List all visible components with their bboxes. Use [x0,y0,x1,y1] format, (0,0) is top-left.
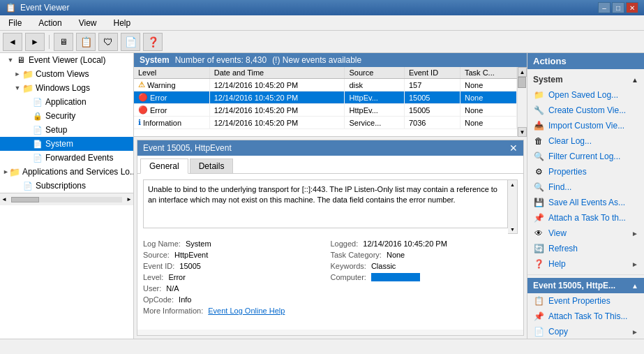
desc-scroll-up[interactable]: ▲ [508,180,517,189]
attach-task-icon: 📌 [533,212,544,223]
tab-details[interactable]: Details [190,158,234,173]
scroll-down-btn[interactable]: ▼ [518,127,527,137]
action-help-label: Help [548,259,566,269]
action-properties[interactable]: ⚙ Properties [527,164,644,179]
computer-value: REDACTED [371,273,420,281]
desc-scroll-down[interactable]: ▼ [508,225,517,233]
action-find[interactable]: 🔍 Find... [527,179,644,195]
table-row[interactable]: 🔴 Error 12/14/2016 10:45:20 PM HttpEv...… [134,91,517,104]
collapse-system-btn[interactable]: ▲ [631,76,638,84]
event-list-header: System Number of events: 8,430 (!) New e… [134,53,527,67]
tree-horizontal-scrollbar[interactable]: ◄ ► [0,193,133,205]
action-save-all-events[interactable]: 💾 Save All Events As... [527,195,644,210]
action-event-properties-label: Event Properties [548,296,611,306]
scroll-up-btn[interactable]: ▲ [518,67,527,77]
event-table[interactable]: Level Date and Time Source Event ID Task… [134,67,517,137]
close-button[interactable]: ✕ [626,2,638,13]
col-level[interactable]: Level [134,67,209,79]
toolbar-btn3[interactable]: 🛡 [98,33,118,51]
tree-item-custom-views[interactable]: ► 📁 Custom Views [0,67,133,81]
toolbar-btn4[interactable]: 📄 [121,33,140,51]
minimize-button[interactable]: – [598,2,611,13]
col-task[interactable]: Task C... [460,67,517,79]
expand-custom-views[interactable]: ► [13,69,22,79]
opcode-value: Info [179,295,191,304]
menu-view[interactable]: View [73,17,103,29]
tree-item-setup[interactable]: 📄 Setup [0,123,133,137]
action-event-properties[interactable]: 📋 Event Properties [527,293,644,309]
action-clear-log[interactable]: 🗑 Clear Log... [527,133,644,149]
tree-item-windows-logs[interactable]: ▼ 📁 Windows Logs [0,81,133,95]
folder-icon-custom-views: 📁 [22,68,33,80]
collapse-event-btn[interactable]: ▲ [631,282,638,290]
log-name-value: System [186,239,211,248]
scroll-track-vertical[interactable] [518,77,527,127]
tree-item-security[interactable]: 🔒 Security [0,109,133,123]
log-name: System [140,55,170,65]
expand-root[interactable]: ▼ [6,55,15,65]
tree-item-app-services[interactable]: ► 📁 Applications and Services Lo... [0,165,133,179]
event-table-container: Level Date and Time Source Event ID Task… [134,67,527,137]
action-open-saved-log-label: Open Saved Log... [548,90,618,100]
scroll-track[interactable] [11,197,122,202]
action-create-custom-view[interactable]: 🔧 Create Custom Vie... [527,103,644,118]
field-more-info: More Information: Event Log Online Help [143,305,518,316]
scroll-left-btn[interactable]: ◄ [0,196,8,202]
event-table-scrollbar[interactable]: ▲ ▼ [517,67,527,137]
help-icon: ❓ [533,258,544,270]
action-import-custom-view[interactable]: 📥 Import Custom Vie... [527,118,644,133]
menu-action[interactable]: Action [33,17,67,29]
expand-windows-logs[interactable]: ▼ [13,83,22,93]
desc-scroll-track[interactable] [508,189,517,225]
desc-scrollbar[interactable]: ▲ ▼ [508,179,518,234]
detail-close-button[interactable]: ✕ [509,142,518,154]
actions-section-event-title: Event 15005, HttpE... ▲ [527,278,644,293]
action-view[interactable]: 👁 View ► [527,226,644,241]
action-help[interactable]: ❓ Help ► [527,256,644,272]
log-icon-forwarded: 📄 [32,152,43,163]
actions-section-system-title: System ▲ [527,72,644,87]
action-copy[interactable]: 📄 Copy ► [527,324,644,339]
toolbar-btn1[interactable]: 🖥 [54,33,73,51]
table-row[interactable]: ℹ Information 12/14/2016 10:45:20 PM Ser… [134,117,517,129]
tree-item-subscriptions[interactable]: 📄 Subscriptions [0,179,133,193]
tree-item-application[interactable]: 📄 Application [0,95,133,109]
toolbar-back[interactable]: ◄ [3,33,22,51]
tab-general[interactable]: General [140,158,188,174]
table-row[interactable]: 🔴 Error 12/14/2016 10:45:20 PM HttpEv...… [134,104,517,117]
col-datetime[interactable]: Date and Time [209,67,345,79]
scroll-thumb-vertical[interactable] [518,77,526,88]
expand-app-services[interactable]: ► [3,167,9,177]
toolbar-btn5[interactable]: ❓ [143,33,163,51]
action-attach-task-event[interactable]: 📌 Attach Task To This... [527,309,644,324]
toolbar-btn2[interactable]: 📋 [76,33,96,51]
tree-item-root[interactable]: ▼ 🖥 Event Viewer (Local) [0,53,133,67]
action-attach-task[interactable]: 📌 Attach a Task To th... [527,210,644,226]
table-row[interactable]: ⚠ Warning 12/14/2016 10:45:20 PM disk 15… [134,79,517,91]
tree-item-forwarded[interactable]: 📄 Forwarded Events [0,151,133,165]
event-description[interactable]: Unable to bind to the underlying transpo… [143,179,508,228]
action-filter-log[interactable]: 🔍 Filter Current Log... [527,149,644,164]
more-info-link[interactable]: Event Log Online Help [208,307,285,315]
main-area: ▼ 🖥 Event Viewer (Local) ► 📁 Custom View… [0,53,644,339]
tree-subscriptions-label: Subscriptions [36,181,86,191]
action-save-all-events-label: Save All Events As... [548,198,625,207]
toolbar-forward[interactable]: ► [25,33,45,51]
menubar: File Action View Help [0,15,644,31]
detail-tabs: General Details [137,156,523,174]
col-source[interactable]: Source [345,67,404,79]
field-log-name: Log Name: System [143,238,331,249]
cell-datetime: 12/14/2016 10:45:20 PM [209,104,345,117]
scroll-thumb[interactable] [11,197,39,202]
field-event-id: Event ID: 15005 [143,260,331,272]
action-refresh[interactable]: 🔄 Refresh [527,241,644,256]
tree-scroll[interactable]: ▼ 🖥 Event Viewer (Local) ► 📁 Custom View… [0,53,133,193]
tree-item-system[interactable]: 📄 System [0,137,133,151]
scroll-right-btn[interactable]: ► [125,196,133,202]
col-eventid[interactable]: Event ID [404,67,460,79]
action-open-saved-log[interactable]: 📁 Open Saved Log... [527,87,644,103]
restore-button[interactable]: □ [612,2,624,13]
menu-help[interactable]: Help [108,17,137,29]
tree-security-label: Security [45,111,75,121]
menu-file[interactable]: File [3,17,27,29]
